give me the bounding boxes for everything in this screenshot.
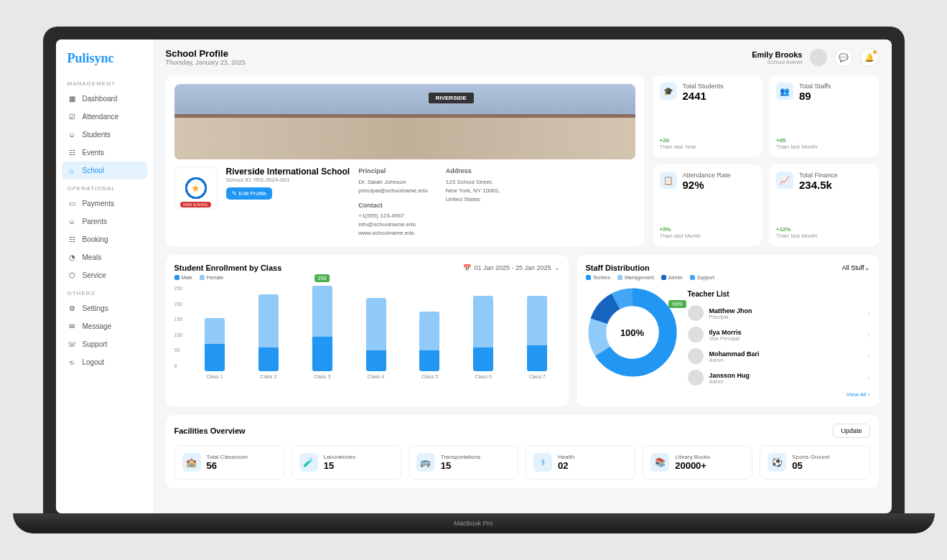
staff-donut-chart: 100% 66% [586, 286, 679, 379]
gear-icon: ⚙ [67, 304, 77, 313]
facility-icon: 🏫 [182, 453, 201, 472]
laptop-base: MacBook Pro [13, 513, 935, 533]
facilities-grid: 🏫Total Classroom56🧪Laboratories15🚌Transp… [174, 445, 870, 480]
chevron-right-icon: › [867, 353, 869, 360]
teacher-avatar [688, 327, 704, 342]
sidebar-item-message[interactable]: ✉Message [62, 317, 147, 335]
support-icon: ☏ [67, 340, 77, 349]
user-role: School Admin [752, 59, 802, 65]
facility-icon: ⚽ [768, 453, 786, 472]
staffs-stat-icon: 👥 [776, 83, 793, 100]
chevron-right-icon: › [867, 331, 869, 339]
school-badge-icon [179, 171, 213, 205]
address-line1: 123 School Street, [446, 178, 500, 187]
teacher-panel: Teacher List Matthew JhonPrincipal›Ilya … [688, 286, 870, 398]
sidebar-item-settings[interactable]: ⚙Settings [62, 299, 147, 317]
enrollment-chart-card: Student Enrollment by Class 📅01 Jan 2025… [166, 255, 569, 406]
message-icon: ✉ [67, 322, 77, 331]
sidebar-item-payments[interactable]: ▭Payments [62, 195, 147, 213]
user-avatar[interactable] [810, 49, 827, 66]
payments-icon: ▭ [67, 199, 77, 208]
school-logo: HIGH SCHOOL [174, 167, 218, 210]
notification-dot [873, 50, 877, 54]
meals-icon: ◔ [67, 253, 77, 262]
school-profile-card: RIVERSIDE HIGH SCHOOL Riverside Internat… [166, 75, 644, 246]
facility-item: 🚌Transportations15 [409, 445, 518, 480]
teacher-item[interactable]: Ilya MorrisVice Principal› [688, 324, 870, 345]
sidebar-item-students[interactable]: ☺Students [62, 126, 147, 144]
logo-ribbon: HIGH SCHOOL [180, 202, 211, 207]
sidebar-item-logout[interactable]: ⎋Logout [62, 353, 147, 371]
sidebar-item-dashboard[interactable]: ▦Dashboard [62, 90, 147, 108]
stats-grid: 🎓Total Students2441 +20Than last Year 👥T… [653, 75, 879, 246]
facility-item: ⚕Health02 [526, 445, 635, 480]
attendance-stat-icon: 📋 [660, 172, 677, 189]
sidebar-item-meals[interactable]: ◔Meals [62, 248, 147, 266]
date-range-picker[interactable]: 📅01 Jan 2025 - 25 Jan 2025⌄ [463, 264, 559, 271]
sidebar-item-events[interactable]: ☷Events [62, 144, 147, 162]
bar-col: Class 2 [246, 286, 291, 379]
principal-label: Principal [358, 167, 428, 177]
students-stat-icon: 🎓 [660, 83, 677, 100]
sidebar-item-booking[interactable]: ☷Booking [62, 230, 147, 248]
bar-col: Class 5 [407, 286, 452, 379]
staff-filter[interactable]: All Stuff [842, 264, 864, 271]
update-button[interactable]: Update [833, 424, 869, 438]
events-icon: ☷ [67, 148, 77, 157]
pencil-icon: ✎ [232, 190, 237, 197]
view-all-link[interactable]: View All › [688, 391, 870, 398]
school-id: School ID: RIS-2024-001 [226, 177, 350, 183]
address-label: Address [446, 167, 500, 177]
main-content: School Profile Thursday, January 23, 202… [153, 39, 892, 513]
page-date: Thursday, January 23, 2025 [166, 59, 246, 66]
brand-logo: Pulisync [62, 48, 147, 75]
dashboard-icon: ▦ [67, 94, 77, 103]
facilities-card: Facilities Overview Update 🏫Total Classr… [166, 415, 879, 488]
parents-icon: ☺ [67, 217, 77, 226]
staff-legend: Techers Management Admin Support [586, 275, 870, 280]
notifications-button[interactable]: 🔔 [860, 48, 879, 67]
facility-icon: 🚌 [416, 453, 435, 472]
bar-col: 250Class 3 [299, 286, 345, 379]
logout-icon: ⎋ [67, 358, 77, 367]
sidebar-item-attendance[interactable]: ☑Attendance [62, 108, 147, 126]
sidebar-item-parents[interactable]: ☺Parents [62, 213, 147, 230]
page-title: School Profile [166, 48, 246, 59]
laptop-frame: Pulisync MANAGEMENT ▦Dashboard ☑Attendan… [43, 27, 905, 533]
sidebar-item-school[interactable]: ⌂School [62, 162, 147, 179]
page-header: School Profile Thursday, January 23, 202… [166, 48, 879, 67]
teacher-avatar [688, 348, 704, 364]
calendar-icon: 📅 [463, 264, 471, 271]
chevron-down-icon: ⌄ [554, 264, 560, 271]
enrollment-title: Student Enrollment by Class [174, 263, 282, 272]
teacher-item[interactable]: Matthew JhonPrincipal› [688, 302, 870, 324]
edit-profile-button[interactable]: ✎Edit Profile [226, 187, 273, 200]
principal-name: Dr. Sarah Johnson [358, 178, 428, 187]
user-name: Emily Brooks [752, 50, 802, 59]
sidebar-item-support[interactable]: ☏Support [62, 335, 147, 353]
donut-center: 100% [620, 327, 644, 338]
finance-stat-icon: 📈 [776, 172, 793, 189]
chat-button[interactable]: 💬 [834, 48, 853, 67]
facility-icon: ⚕ [533, 453, 552, 472]
staff-distribution-card: Staff Distribution All Stuff ⌄ Techers M… [577, 255, 879, 406]
contact-site: www.schoolname.edu [358, 229, 428, 238]
stat-staffs: 👥Total Staffs89 +05Than last Month [769, 75, 879, 157]
y-axis: 250200150100500 [174, 286, 183, 368]
chevron-right-icon: › [867, 374, 869, 382]
bar-col: Class 1 [192, 286, 238, 379]
facility-item: 📚Library Books20000+ [643, 445, 752, 480]
enrollment-bar-chart: 250200150100500 Class 1Class 2250Class 3… [174, 286, 560, 379]
stat-attendance: 📋Attendance Rate92% +5%Than last Month [653, 164, 762, 246]
banner-sign: RIVERSIDE [429, 93, 474, 103]
teacher-avatar [688, 305, 704, 321]
stat-students: 🎓Total Students2441 +20Than last Year [653, 75, 762, 157]
school-banner-image: RIVERSIDE [174, 84, 635, 159]
teacher-item[interactable]: Jansson HugAdmin› [688, 367, 870, 388]
facility-item: 🏫Total Classroom56 [174, 445, 284, 480]
facility-item: 🧪Laboratories15 [291, 445, 401, 480]
facility-item: ⚽Sports Ground05 [760, 445, 869, 480]
teacher-item[interactable]: Mohammad BariAdmin› [688, 345, 870, 367]
address-line2: New York, NY 10001, [446, 187, 500, 195]
sidebar-item-service[interactable]: ⬡Service [62, 266, 147, 284]
